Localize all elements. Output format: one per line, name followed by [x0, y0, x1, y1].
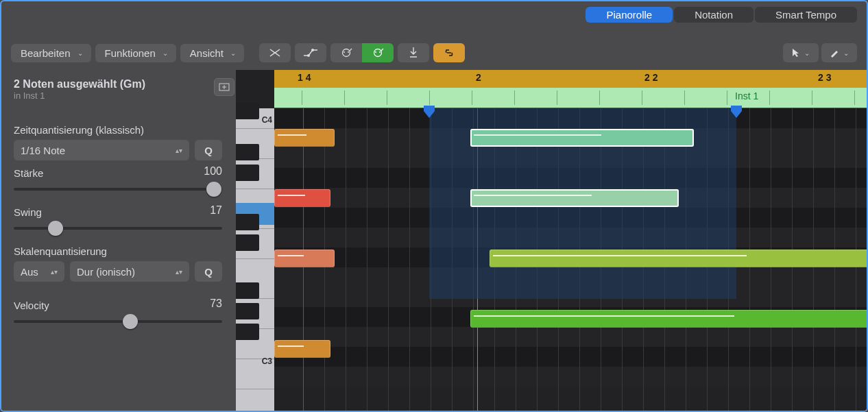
pointer-icon — [792, 48, 800, 58]
beat-ruler[interactable]: 1 422 22 3 — [274, 70, 867, 88]
ruler-tick: 2 3 — [818, 72, 831, 83]
note-velocity-line — [278, 346, 304, 347]
curve-icon — [303, 49, 318, 57]
scale-quantize-now-button[interactable]: Q — [195, 261, 222, 282]
menu-functions[interactable]: Funktionen ⌄ — [95, 44, 176, 62]
key-label-c4: C4 — [262, 115, 272, 125]
black-key[interactable] — [236, 282, 259, 299]
svg-point-4 — [348, 51, 349, 53]
slider-track — [14, 227, 222, 230]
view-mode-icon — [219, 83, 230, 91]
midi-out-icon — [340, 48, 352, 58]
midi-in-icon — [372, 48, 384, 58]
black-key[interactable] — [236, 303, 259, 319]
region-strip[interactable]: Inst 1 — [274, 88, 867, 108]
slider-track — [14, 320, 222, 323]
stepper-icon: ▴▾ — [176, 147, 182, 154]
stepper-icon: ▴▾ — [51, 268, 58, 276]
slider-knob[interactable] — [48, 221, 63, 236]
chevron-down-icon: ⌄ — [162, 49, 168, 57]
slider-knob[interactable] — [123, 314, 138, 329]
midi-note[interactable] — [274, 189, 330, 207]
black-key[interactable] — [236, 234, 259, 251]
midi-note[interactable] — [470, 189, 679, 207]
chevron-down-icon: ⌄ — [804, 49, 810, 57]
selection-handle[interactable] — [731, 106, 742, 118]
scaleq-enable-value: Aus — [21, 266, 38, 278]
swing-value: 17 — [14, 204, 222, 217]
link-button[interactable] — [433, 43, 465, 62]
playhead-icon — [409, 47, 418, 58]
black-key[interactable] — [236, 103, 259, 119]
pointer-tool-dropdown[interactable]: ⌄ — [783, 43, 819, 62]
scale-quantize-scale-dropdown[interactable]: Dur (ionisch) ▴▾ — [70, 261, 189, 282]
tab-pianoroll[interactable]: Pianorolle — [586, 7, 673, 23]
note-velocity-line — [474, 195, 592, 196]
midi-note[interactable] — [490, 250, 867, 267]
black-key[interactable] — [236, 324, 259, 340]
black-key[interactable] — [236, 165, 259, 181]
slider-track — [14, 188, 222, 191]
chevron-down-icon: ⌄ — [230, 49, 236, 57]
pencil-icon — [830, 48, 839, 58]
pencil-tool-dropdown[interactable]: ⌄ — [821, 43, 857, 62]
note-velocity-line — [278, 195, 305, 196]
selection-title: 2 Noten ausgewählt (Gm) — [14, 78, 222, 90]
selection-handle[interactable] — [424, 106, 435, 118]
svg-point-1 — [311, 49, 314, 51]
midi-out-icon-button[interactable] — [330, 43, 362, 62]
menu-edit[interactable]: Bearbeiten ⌄ — [11, 44, 91, 62]
note-velocity-line — [474, 315, 734, 317]
svg-point-6 — [375, 51, 376, 53]
midi-note[interactable] — [470, 129, 694, 147]
menu-view[interactable]: Ansicht ⌄ — [180, 44, 244, 62]
tab-notation[interactable]: Notation — [674, 7, 754, 23]
note-grid[interactable] — [274, 108, 867, 411]
velocity-slider[interactable] — [14, 317, 222, 326]
automation-icon-button[interactable] — [295, 43, 326, 62]
svg-point-5 — [374, 49, 381, 57]
tab-smart-tempo[interactable]: Smart Tempo — [755, 7, 857, 23]
midi-note[interactable] — [274, 250, 335, 267]
scaleq-scale-value: Dur (ionisch) — [77, 266, 135, 278]
strength-slider[interactable] — [14, 184, 222, 194]
midi-note[interactable] — [470, 310, 867, 328]
toolbar: Bearbeiten ⌄ Funktionen ⌄ Ansicht ⌄ — [11, 41, 857, 64]
note-velocity-line — [474, 134, 601, 136]
catch-playhead-button[interactable] — [398, 43, 429, 62]
midi-in-icon-button[interactable] — [362, 43, 394, 62]
selection-subtitle: in Inst 1 — [14, 90, 222, 101]
inspector-panel: 2 Noten ausgewählt (Gm) in Inst 1 Zeitqu… — [1, 70, 234, 411]
link-icon — [442, 49, 456, 57]
chevron-down-icon: ⌄ — [77, 49, 83, 57]
swing-slider[interactable] — [14, 223, 222, 233]
menu-functions-label: Funktionen — [105, 47, 156, 59]
svg-point-0 — [307, 54, 310, 57]
scale-quantize-enable-dropdown[interactable]: Aus ▴▾ — [14, 261, 64, 282]
slider-knob[interactable] — [206, 182, 221, 197]
region-name: Inst 1 — [735, 90, 758, 101]
black-key[interactable] — [236, 144, 259, 160]
midi-note[interactable] — [274, 129, 335, 147]
key-label-c3: C3 — [262, 356, 272, 366]
ruler-tick: 1 4 — [298, 72, 311, 83]
menu-view-label: Ansicht — [190, 47, 224, 59]
scale-quantize-label: Skalenquantisierung — [14, 245, 222, 257]
svg-point-2 — [342, 49, 350, 57]
collapse-icon-button[interactable] — [259, 43, 291, 62]
note-velocity-line — [278, 134, 306, 136]
view-mode-button[interactable] — [214, 78, 234, 96]
quantize-value: 1/16 Note — [21, 145, 65, 156]
quantize-label: Zeitquantisierung (klassisch) — [14, 124, 222, 136]
piano-roll-area: 1 422 22 3 Inst 1 C4 C3 — [236, 70, 867, 411]
quantize-value-dropdown[interactable]: 1/16 Note ▴▾ — [14, 140, 189, 160]
midi-note[interactable] — [274, 340, 330, 358]
quantize-now-button[interactable]: Q — [195, 140, 222, 160]
menu-edit-label: Bearbeiten — [21, 47, 71, 59]
svg-point-7 — [379, 51, 381, 53]
ruler-tick: 2 — [476, 72, 481, 83]
black-key[interactable] — [236, 214, 259, 230]
stepper-icon: ▴▾ — [176, 268, 182, 276]
chevron-down-icon: ⌄ — [843, 49, 849, 57]
piano-keyboard[interactable]: C4 C3 — [236, 108, 274, 411]
